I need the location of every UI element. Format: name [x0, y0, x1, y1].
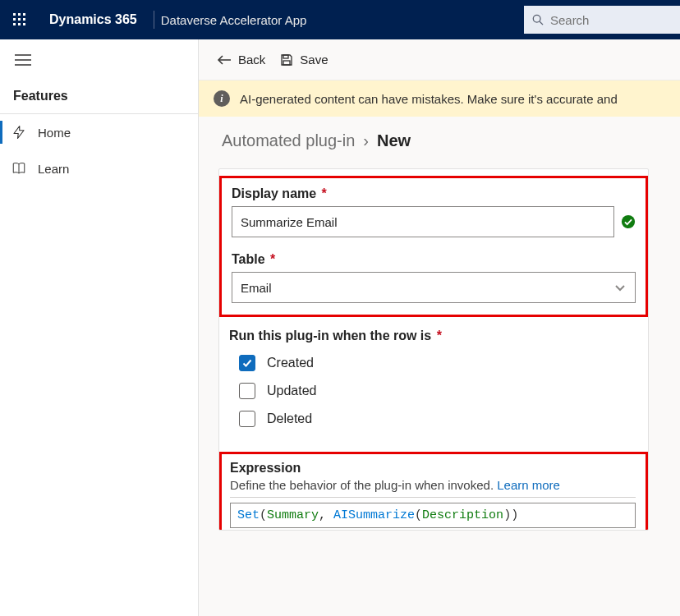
table-selected-value: Email [241, 281, 272, 295]
expression-title: Expression [230, 461, 636, 476]
highlight-box-name-table: Display name * Table * Email [219, 176, 648, 317]
sidebar: Features Home Learn [0, 39, 199, 616]
checkbox-label: Created [267, 356, 314, 370]
display-name-input[interactable] [232, 206, 614, 237]
top-nav: Dynamics 365 Dataverse Accelerator App [0, 0, 680, 39]
checkbox-row-created[interactable]: Created [239, 355, 638, 371]
arrow-left-icon [217, 54, 232, 66]
save-icon [280, 53, 293, 67]
banner-text: AI-generated content can have mistakes. … [240, 92, 618, 106]
display-name-label: Display name * [232, 186, 636, 201]
checkbox-updated[interactable] [239, 383, 255, 399]
search-icon [532, 13, 544, 26]
checkbox-row-deleted[interactable]: Deleted [239, 411, 638, 427]
sidebar-item-home[interactable]: Home [0, 114, 198, 150]
chevron-down-icon [613, 281, 627, 294]
svg-rect-1 [18, 13, 21, 16]
svg-rect-16 [283, 55, 288, 58]
back-label: Back [238, 53, 265, 67]
breadcrumb: Automated plug-in › New [218, 131, 680, 150]
command-bar: Back Save [199, 39, 680, 80]
learn-more-link[interactable]: Learn more [497, 478, 560, 492]
highlight-box-expression: Expression Define the behavior of the pl… [219, 452, 648, 530]
checkbox-label: Updated [267, 384, 317, 398]
checkbox-created[interactable] [239, 355, 255, 371]
svg-rect-2 [23, 13, 25, 16]
run-label: Run this plug-in when the row is * [229, 329, 638, 343]
info-icon: i [214, 90, 230, 107]
save-button[interactable]: Save [280, 53, 328, 67]
app-name: Dataverse Accelerator App [161, 13, 307, 27]
expression-input[interactable]: Set(Summary, AISummarize(Description)) [230, 503, 636, 528]
svg-rect-8 [23, 23, 25, 25]
breadcrumb-parent[interactable]: Automated plug-in [222, 131, 355, 150]
lightning-icon [11, 125, 26, 140]
chevron-right-icon: › [363, 131, 369, 150]
checkbox-deleted[interactable] [239, 411, 255, 427]
svg-rect-0 [13, 13, 16, 16]
svg-rect-17 [283, 61, 290, 65]
expression-desc: Define the behavior of the plug-in when … [230, 478, 636, 498]
svg-line-10 [540, 21, 543, 25]
svg-rect-6 [13, 23, 16, 25]
main-content: Back Save i AI-generated content can hav… [199, 39, 680, 616]
back-button[interactable]: Back [217, 53, 265, 67]
ai-warning-banner: i AI-generated content can have mistakes… [199, 80, 680, 117]
save-label: Save [300, 53, 328, 67]
app-launcher-icon[interactable] [0, 0, 39, 39]
svg-rect-4 [18, 18, 21, 21]
search-box[interactable] [524, 6, 680, 34]
book-icon [11, 161, 26, 176]
svg-point-9 [533, 15, 540, 22]
sidebar-item-learn[interactable]: Learn [0, 150, 198, 186]
svg-rect-7 [18, 23, 21, 25]
checkbox-label: Deleted [267, 411, 312, 426]
table-select[interactable]: Email [232, 272, 636, 303]
svg-point-18 [622, 215, 635, 228]
sidebar-item-label: Learn [38, 162, 69, 176]
search-input[interactable] [550, 13, 672, 27]
brand-name: Dynamics 365 [39, 12, 147, 27]
divider [154, 11, 154, 29]
hamburger-icon[interactable] [15, 54, 31, 66]
svg-rect-3 [13, 18, 16, 21]
checkbox-row-updated[interactable]: Updated [239, 383, 638, 399]
svg-rect-5 [23, 18, 25, 21]
sidebar-item-label: Home [38, 126, 71, 140]
sidebar-section-title: Features [0, 80, 198, 114]
table-label: Table * [232, 252, 636, 267]
success-check-icon [621, 214, 636, 229]
form-card: Display name * Table * Email Run this pl… [218, 168, 649, 531]
breadcrumb-current: New [377, 131, 411, 150]
